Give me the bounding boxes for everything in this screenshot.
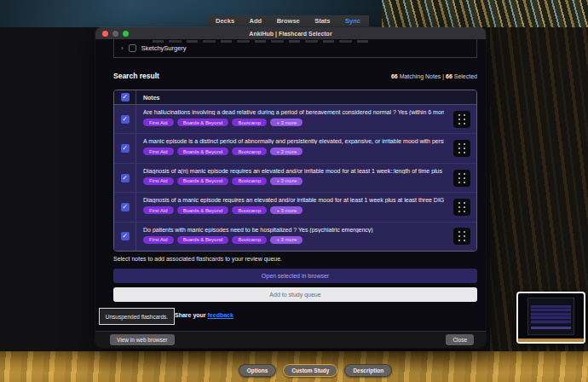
tag-line: First AidBoards & BeyondBootcamp+ 3 more	[143, 206, 444, 214]
thumbnail-mini-dialog	[527, 298, 574, 335]
search-counts: 66 Matching Notes | 66 Selected	[391, 73, 477, 79]
table-row[interactable]: ✓Diagnosis of a manic episode requires a…	[114, 193, 476, 222]
tag-pill: Bootcamp	[232, 236, 267, 244]
more-tags-pill[interactable]: + 3 more	[270, 236, 303, 244]
nav-item-decks[interactable]: Decks	[216, 17, 234, 25]
drag-dots	[458, 202, 460, 204]
more-tags-pill[interactable]: + 3 more	[270, 177, 303, 185]
dialog-title: AnkiHub | Flashcard Selector	[95, 31, 486, 37]
deck-tree-row[interactable]: › SketchySurgery	[121, 44, 187, 52]
dialog-footer: View in web browser Close	[95, 331, 486, 348]
note-title: Diagnosis of a manic episode requires an…	[143, 197, 444, 203]
tag-pill: First Aid	[143, 206, 174, 214]
selected-label: Selected	[454, 73, 477, 79]
row-checkbox-cell: ✓	[114, 105, 136, 133]
row-checkbox[interactable]: ✓	[121, 232, 130, 240]
note-content: Diagnosis of a(n) manic episode requires…	[136, 164, 447, 192]
select-all-checkbox[interactable]: ✓	[121, 93, 130, 101]
row-checkbox-cell: ✓	[114, 193, 136, 221]
feedback-link[interactable]: feedback	[208, 312, 233, 318]
bottom-button-options[interactable]: Options	[239, 364, 277, 377]
nav-item-browse[interactable]: Browse	[277, 17, 300, 25]
drag-handle-icon[interactable]	[453, 199, 470, 216]
tag-pill: Bootcamp	[232, 119, 267, 126]
note-content: Do patients with manic episodes need to …	[136, 223, 447, 251]
tag-line: First AidBoards & BeyondBootcamp+ 3 more	[143, 177, 444, 185]
nav-item-add[interactable]: Add	[250, 17, 262, 25]
flashcard-selector-dialog: AnkiHub | Flashcard Selector › SketchySu…	[95, 27, 486, 348]
tag-pill: Boards & Beyond	[177, 177, 229, 185]
table-row[interactable]: ✓Are hallucinations involving a dead rel…	[114, 105, 476, 134]
row-checkbox[interactable]: ✓	[121, 174, 130, 182]
drag-dots	[458, 173, 460, 175]
row-checkbox-cell: ✓	[114, 223, 136, 251]
nav-item-stats[interactable]: Stats	[314, 17, 330, 25]
drag-dots	[458, 143, 460, 145]
view-in-web-browser-button[interactable]: View in web browser	[110, 334, 175, 345]
thumbnail-mini-sand	[518, 339, 584, 342]
screenshot-thumbnail[interactable]	[516, 292, 585, 344]
handle-cell	[447, 164, 476, 192]
selected-count: 66	[446, 73, 453, 79]
note-content: A manic episode is a distinct period of …	[136, 134, 447, 162]
drag-dots	[458, 114, 460, 116]
bottom-button-custom-study[interactable]: Custom Study	[283, 364, 337, 377]
row-checkbox[interactable]: ✓	[121, 203, 130, 211]
nav-item-sync[interactable]: Sync	[345, 17, 360, 25]
note-content: Are hallucinations involving a dead rela…	[136, 105, 447, 133]
tag-pill: Bootcamp	[232, 177, 267, 185]
row-checkbox[interactable]: ✓	[121, 115, 130, 124]
tag-pill: Bootcamp	[232, 148, 267, 155]
tag-pill: First Aid	[143, 236, 174, 244]
handle-cell	[447, 134, 476, 162]
matching-count: 66	[391, 73, 398, 79]
feedback-line: Share your feedback	[175, 312, 233, 318]
tag-line: First AidBoards & BeyondBootcamp+ 3 more	[143, 148, 444, 155]
more-tags-pill[interactable]: + 3 more	[270, 206, 303, 214]
table-row[interactable]: ✓Diagnosis of a(n) manic episode require…	[114, 164, 476, 193]
wallpaper-palms	[382, 0, 588, 27]
row-checkbox[interactable]: ✓	[121, 144, 130, 153]
more-tags-pill[interactable]: + 3 more	[270, 119, 303, 126]
search-result-header: Search result 66 Matching Notes | 66 Sel…	[113, 72, 477, 80]
tag-pill: First Aid	[143, 148, 174, 155]
thumbnail-mini-rows	[531, 305, 571, 324]
note-title: Diagnosis of a(n) manic episode requires…	[143, 168, 444, 174]
note-title: A manic episode is a distinct period of …	[143, 138, 444, 144]
deck-checkbox[interactable]	[129, 44, 136, 52]
share-text: Share your	[175, 312, 208, 318]
tag-pill: Boards & Beyond	[177, 148, 229, 155]
bottom-button-description[interactable]: Description	[344, 364, 392, 377]
unsuspended-tooltip: Unsuspended flashcards.	[99, 308, 175, 325]
note-content: Diagnosis of a manic episode requires an…	[136, 193, 447, 221]
deck-label[interactable]: SketchySurgery	[141, 44, 187, 52]
table-row[interactable]: ✓A manic episode is a distinct period of…	[114, 134, 476, 163]
drag-handle-icon[interactable]	[453, 111, 470, 128]
deck-tree-panel[interactable]: › SketchySurgery	[113, 39, 477, 58]
drag-dots	[458, 231, 460, 233]
table-row[interactable]: ✓Do patients with manic episodes need to…	[114, 223, 476, 251]
drag-handle-icon[interactable]	[453, 170, 470, 187]
tag-pill: First Aid	[143, 177, 174, 185]
thumbnail-mini-button	[531, 327, 571, 329]
drag-handle-icon[interactable]	[453, 140, 470, 157]
add-to-study-queue-button[interactable]: Add to study queue	[113, 287, 477, 302]
close-button[interactable]: Close	[446, 334, 474, 345]
open-selected-in-browser-button[interactable]: Open selected in browser	[113, 269, 477, 283]
tag-line: First AidBoards & BeyondBootcamp+ 3 more	[143, 236, 444, 244]
notes-table: ✓ Notes ✓Are hallucinations involving a …	[113, 90, 477, 252]
tag-pill: First Aid	[143, 119, 174, 126]
note-title: Are hallucinations involving a dead rela…	[143, 109, 444, 115]
tag-pill: Boards & Beyond	[177, 206, 229, 214]
search-result-title: Search result	[113, 72, 159, 80]
dialog-titlebar[interactable]: AnkiHub | Flashcard Selector	[95, 27, 486, 39]
tag-line: First AidBoards & BeyondBootcamp+ 3 more	[143, 119, 444, 126]
drag-handle-icon[interactable]	[453, 228, 470, 245]
row-checkbox-cell: ✓	[114, 134, 136, 162]
chevron-right-icon[interactable]: ›	[121, 45, 124, 52]
anki-toolbar: DecksAddBrowseStatsSync	[207, 15, 369, 26]
note-title: Do patients with manic episodes need to …	[143, 227, 444, 233]
tag-pill: Bootcamp	[232, 206, 267, 214]
more-tags-pill[interactable]: + 3 more	[270, 148, 303, 155]
tag-pill: Boards & Beyond	[177, 236, 229, 244]
